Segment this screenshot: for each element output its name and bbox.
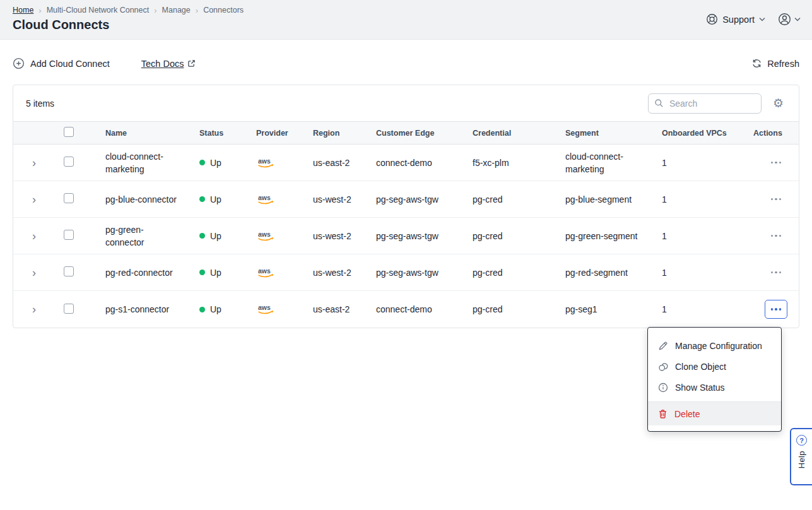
account-menu-button[interactable] — [778, 13, 801, 26]
menu-item-label: Clone Object — [675, 362, 726, 372]
column-header-provider: Provider — [256, 129, 313, 138]
row-onboarded-vpcs: 1 — [662, 231, 753, 241]
select-all-checkbox[interactable] — [64, 127, 74, 137]
menu-item-delete[interactable]: Delete — [648, 402, 781, 425]
clone-icon — [658, 362, 668, 372]
row-name[interactable]: cloud-connect-marketing — [76, 150, 199, 175]
help-question-icon: ? — [796, 435, 807, 446]
help-label: Help — [797, 451, 806, 468]
search-icon — [654, 98, 664, 108]
row-checkbox[interactable] — [64, 230, 74, 240]
table-row: › pg-red-connector Up aws us-west-2 pg-s… — [13, 254, 799, 291]
column-header-onboarded-vpcs: Onboarded VPCs — [662, 129, 753, 138]
support-menu-button[interactable]: Support — [706, 13, 765, 25]
row-provider: aws — [256, 266, 313, 279]
row-customer-edge: pg-seg-aws-tgw — [376, 268, 473, 278]
external-link-icon — [187, 59, 196, 68]
row-customer-edge: pg-seg-aws-tgw — [376, 231, 473, 241]
row-region: us-west-2 — [313, 231, 376, 241]
top-bar: Home › Multi-Cloud Network Connect › Man… — [0, 0, 812, 40]
aws-icon: aws — [256, 266, 276, 279]
breadcrumb-manage[interactable]: Manage — [162, 6, 191, 15]
menu-item-label: Manage Configuration — [675, 341, 762, 351]
row-expand-chevron-icon[interactable]: › — [26, 304, 36, 315]
actions-ellipsis-button-active[interactable] — [765, 300, 788, 319]
row-expand-chevron-icon[interactable]: › — [26, 194, 36, 205]
items-count: 5 items — [26, 98, 54, 109]
row-customer-edge: connect-demo — [376, 304, 473, 314]
row-provider: aws — [256, 303, 313, 316]
edit-pencil-icon — [658, 341, 668, 351]
status-up-icon — [199, 196, 205, 202]
row-segment: pg-green-segment — [565, 230, 662, 242]
breadcrumb-home[interactable]: Home — [13, 6, 33, 15]
search-input[interactable] — [648, 93, 762, 114]
row-actions-cell — [753, 155, 799, 170]
header-checkbox-cell — [49, 127, 76, 139]
column-header-actions: Actions — [753, 129, 799, 138]
column-header-status: Status — [199, 129, 256, 138]
row-customer-edge: pg-seg-aws-tgw — [376, 194, 473, 205]
column-header-credential: Credential — [473, 129, 565, 138]
status-text: Up — [210, 158, 221, 168]
row-checkbox[interactable] — [64, 304, 74, 314]
table-row: › cloud-connect-marketing Up aws us-east… — [13, 145, 799, 181]
row-checkbox[interactable] — [64, 157, 74, 167]
row-region: us-east-2 — [313, 158, 376, 168]
row-actions-cell — [753, 228, 799, 244]
row-provider: aws — [256, 230, 313, 242]
menu-item-manage-configuration[interactable]: Manage Configuration — [648, 335, 781, 356]
table-header-row: Name Status Provider Region Customer Edg… — [13, 121, 799, 145]
svg-text:aws: aws — [258, 157, 271, 165]
row-segment: pg-blue-segment — [565, 193, 662, 206]
row-segment: pg-seg1 — [565, 303, 662, 316]
row-provider: aws — [256, 193, 313, 206]
row-name[interactable]: pg-red-connector — [76, 266, 199, 279]
row-status: Up — [199, 268, 256, 278]
aws-icon: aws — [256, 303, 276, 316]
column-header-region: Region — [313, 129, 376, 138]
row-region: us-west-2 — [313, 194, 376, 205]
refresh-button[interactable]: Refresh — [751, 58, 799, 69]
menu-item-show-status[interactable]: Show Status — [648, 377, 781, 398]
svg-text:aws: aws — [258, 304, 271, 311]
svg-text:aws: aws — [258, 230, 271, 238]
status-up-icon — [199, 307, 205, 312]
page-toolbar: Add Cloud Connect Tech Docs Refresh — [0, 40, 812, 85]
row-checkbox[interactable] — [64, 193, 74, 203]
row-name[interactable]: pg-s1-connector — [76, 303, 199, 316]
trash-icon — [658, 409, 668, 419]
add-cloud-connect-button[interactable]: Add Cloud Connect — [13, 57, 110, 69]
actions-ellipsis-button[interactable] — [767, 192, 786, 207]
support-icon — [706, 13, 718, 25]
aws-icon: aws — [256, 157, 276, 169]
row-name[interactable]: pg-blue-connector — [76, 193, 199, 206]
row-segment: cloud-connect-marketing — [565, 150, 662, 175]
column-header-segment: Segment — [565, 127, 662, 139]
row-expand-chevron-icon[interactable]: › — [26, 230, 36, 242]
row-expand-chevron-icon[interactable]: › — [26, 157, 36, 169]
actions-ellipsis-button[interactable] — [767, 155, 786, 170]
actions-ellipsis-button[interactable] — [767, 265, 786, 280]
row-name[interactable]: pg-green-connector — [76, 223, 199, 249]
row-onboarded-vpcs: 1 — [662, 304, 753, 314]
help-tab[interactable]: ? Help — [790, 428, 812, 485]
tech-docs-link[interactable]: Tech Docs — [141, 59, 196, 69]
chevron-down-icon — [759, 17, 765, 21]
row-onboarded-vpcs: 1 — [662, 158, 753, 168]
support-label: Support — [722, 15, 755, 25]
menu-item-clone-object[interactable]: Clone Object — [648, 356, 781, 377]
status-up-icon — [199, 233, 205, 239]
actions-ellipsis-button[interactable] — [767, 228, 786, 244]
add-cloud-connect-label: Add Cloud Connect — [30, 59, 110, 69]
breadcrumb-mcn-connect[interactable]: Multi-Cloud Network Connect — [47, 6, 150, 15]
table-row: › pg-green-connector Up aws us-west-2 pg… — [13, 218, 799, 254]
row-expand-chevron-icon[interactable]: › — [26, 267, 36, 278]
row-segment: pg-red-segment — [565, 266, 662, 279]
row-checkbox[interactable] — [64, 266, 74, 276]
page-title: Cloud Connects — [13, 18, 799, 32]
refresh-label: Refresh — [767, 59, 799, 69]
row-onboarded-vpcs: 1 — [662, 194, 753, 205]
gear-icon[interactable]: ⚙ — [773, 97, 784, 109]
topbar-right: Support — [706, 13, 801, 26]
